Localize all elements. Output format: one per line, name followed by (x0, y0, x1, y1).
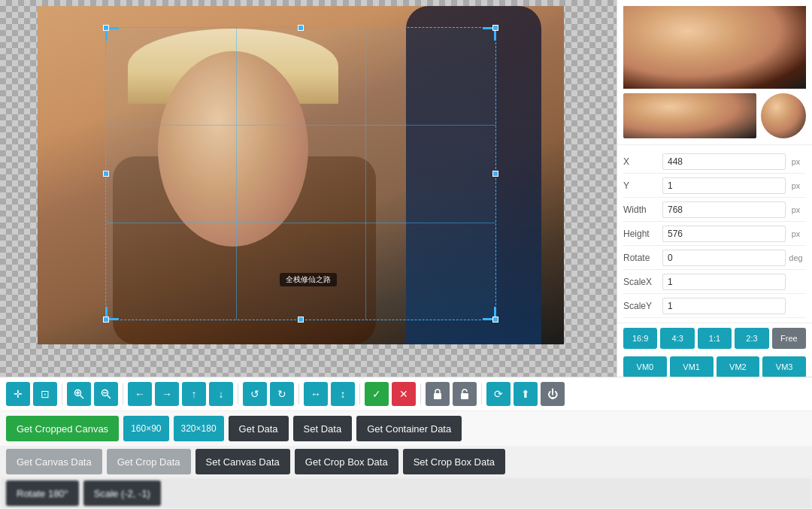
preview-section (617, 0, 812, 145)
move-tool-button[interactable]: ✛ (6, 382, 30, 406)
input-rotate[interactable] (662, 250, 786, 266)
label-height: Height (623, 229, 662, 239)
handle-top-center[interactable] (298, 25, 304, 31)
crop-tool-button[interactable]: ⊡ (33, 382, 57, 406)
vm-buttons: VM0 VM1 VM2 VM3 (617, 353, 812, 377)
label-scaley: ScaleY (623, 301, 662, 311)
cropper-background: 全栈修仙之路 (0, 0, 617, 377)
input-y[interactable] (662, 177, 786, 194)
refresh-button[interactable]: ⟳ (486, 382, 511, 406)
get-data-button[interactable]: Get Data (229, 416, 289, 441)
vm1-button[interactable]: VM1 (670, 356, 714, 377)
toolbar-more-row: Get Canvas Data Get Crop Data Set Canvas… (0, 446, 812, 477)
get-container-data-button[interactable]: Get Container Data (356, 416, 462, 441)
cropper-area: 全栈修仙之路 (0, 0, 617, 377)
data-row-x: X px (623, 150, 806, 174)
crop-vertical-grid-2 (365, 28, 366, 320)
unit-x: px (786, 157, 806, 166)
ratio-2-3-button[interactable]: 2:3 (735, 328, 768, 349)
input-width[interactable] (662, 201, 786, 218)
lock-button[interactable] (426, 382, 450, 406)
separator-6 (420, 383, 421, 404)
flip-v-button[interactable]: ↕ (331, 382, 355, 406)
data-row-scaley: ScaleY (623, 294, 806, 318)
handle-bottom-left[interactable] (103, 317, 109, 323)
ratio-free-button[interactable]: Free (772, 328, 806, 349)
power-button[interactable]: ⏻ (541, 382, 565, 406)
scale-button[interactable]: Scale (-2, -1) (83, 480, 161, 506)
handle-top-right[interactable] (492, 25, 498, 31)
unit-rotate: deg (786, 253, 806, 262)
data-row-y: Y px (623, 174, 806, 198)
cancel-button[interactable]: ✕ (392, 382, 416, 406)
ratio-4-3-button[interactable]: 4:3 (660, 328, 694, 349)
zoom-in-button[interactable] (67, 382, 91, 406)
flip-h-button[interactable]: ↔ (304, 382, 328, 406)
get-canvas-data-button[interactable]: Get Canvas Data (6, 449, 102, 474)
zoom-out-button[interactable] (94, 382, 118, 406)
separator-5 (359, 383, 360, 404)
move-down-button[interactable]: ↓ (209, 382, 233, 406)
separator-3 (238, 383, 238, 404)
rotate-180-button[interactable]: Rotate 180° (6, 480, 79, 506)
get-crop-box-data-button[interactable]: Get Crop Box Data (295, 449, 398, 474)
handle-bottom-center[interactable] (298, 317, 304, 323)
toolbar-blurred-row: Rotate 180° Scale (-2, -1) (0, 477, 812, 509)
label-x: X (623, 156, 662, 167)
wechat-watermark: 全栈修仙之路 (280, 273, 337, 286)
svg-rect-8 (461, 393, 468, 399)
input-scaley[interactable] (662, 298, 786, 314)
vm3-button[interactable]: VM3 (762, 356, 806, 377)
label-rotate: Rotate (623, 253, 662, 263)
preview-large-inner (623, 6, 806, 89)
get-cropped-canvas-button[interactable]: Get Cropped Canvas (6, 416, 119, 441)
label-width: Width (623, 205, 662, 215)
move-right-button[interactable]: → (155, 382, 179, 406)
input-x[interactable] (662, 153, 786, 170)
toolbar-icon-row: ✛ ⊡ ← → ↑ ↓ ↺ ↻ ↔ ↕ ✓ ✕ ⟳ ⬆ ⏻ (0, 377, 812, 411)
vm0-button[interactable]: VM0 (623, 356, 667, 377)
handle-top-left[interactable] (103, 25, 109, 31)
preview-small-row (623, 93, 806, 138)
move-up-button[interactable]: ↑ (182, 382, 206, 406)
separator-4 (298, 383, 299, 404)
separator-7 (481, 383, 482, 404)
rotate-right-button[interactable]: ↻ (270, 382, 294, 406)
separator-1 (62, 383, 62, 404)
input-height[interactable] (662, 226, 786, 242)
data-row-scalex: ScaleX (623, 270, 806, 294)
upload-button[interactable]: ⬆ (514, 382, 538, 406)
set-data-button[interactable]: Set Data (293, 416, 353, 441)
set-canvas-data-button[interactable]: Set Canvas Data (195, 449, 290, 474)
ratio-1-1-button[interactable]: 1:1 (698, 328, 732, 349)
svg-line-5 (108, 395, 111, 399)
move-left-button[interactable]: ← (128, 382, 152, 406)
svg-line-1 (80, 395, 84, 399)
ratio-16-9-button[interactable]: 16:9 (623, 328, 657, 349)
bottom-toolbar: ✛ ⊡ ← → ↑ ↓ ↺ ↻ ↔ ↕ ✓ ✕ ⟳ ⬆ ⏻ (0, 377, 812, 509)
rotate-left-button[interactable]: ↺ (243, 382, 267, 406)
unit-y: px (786, 181, 806, 190)
data-row-rotate: Rotate deg (623, 246, 806, 270)
unit-width: px (786, 205, 806, 214)
handle-bottom-right[interactable] (492, 317, 498, 323)
svg-rect-7 (434, 393, 441, 399)
input-scalex[interactable] (662, 274, 786, 290)
set-crop-box-data-button[interactable]: Set Crop Box Data (403, 449, 505, 474)
size-320x180-button[interactable]: 320×180 (174, 416, 224, 441)
preview-small-circle (761, 93, 806, 138)
data-fields: X px Y px Width px Height px Rotate (617, 145, 812, 323)
handle-middle-left[interactable] (103, 171, 109, 177)
preview-small-rect (623, 93, 756, 138)
label-y: Y (623, 180, 662, 191)
unlock-button[interactable] (453, 382, 477, 406)
get-crop-box-data-button-2[interactable]: Get Crop Data (107, 449, 191, 474)
crop-vertical-grid-1 (236, 28, 237, 320)
handle-middle-right[interactable] (492, 171, 498, 177)
preview-large (623, 6, 806, 89)
data-row-height: Height px (623, 222, 806, 246)
ratio-buttons: 16:9 4:3 1:1 2:3 Free (617, 323, 812, 353)
vm2-button[interactable]: VM2 (717, 356, 760, 377)
confirm-button[interactable]: ✓ (365, 382, 389, 406)
size-160x90-button[interactable]: 160×90 (123, 416, 168, 441)
